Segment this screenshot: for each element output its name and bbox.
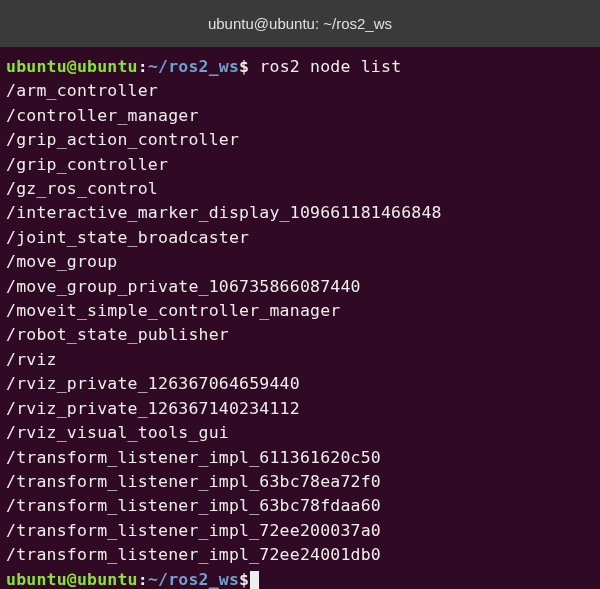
command-text: ros2 node list: [249, 57, 401, 76]
output-line: /rviz_private_126367140234112: [6, 397, 594, 421]
output-line: /interactive_marker_display_109661181466…: [6, 201, 594, 225]
prompt-dollar: $: [239, 570, 249, 589]
terminal-body[interactable]: ubuntu@ubuntu:~/ros2_ws$ ros2 node list …: [0, 47, 600, 589]
prompt-colon: :: [138, 57, 148, 76]
output-line: /transform_listener_impl_63bc78ea72f0: [6, 470, 594, 494]
output-line: /controller_manager: [6, 104, 594, 128]
output-line: /transform_listener_impl_63bc78fdaa60: [6, 494, 594, 518]
output-line: /rviz_visual_tools_gui: [6, 421, 594, 445]
output-line: /move_group_private_106735866087440: [6, 275, 594, 299]
prompt-user-host: ubuntu@ubuntu: [6, 570, 138, 589]
output-line: /rviz: [6, 348, 594, 372]
output-line: /transform_listener_impl_611361620c50: [6, 446, 594, 470]
prompt-dollar: $: [239, 57, 249, 76]
output-line: /rviz_private_126367064659440: [6, 372, 594, 396]
output-line: /gz_ros_control: [6, 177, 594, 201]
prompt-path: ~/ros2_ws: [148, 570, 239, 589]
window-title: ubuntu@ubuntu: ~/ros2_ws: [208, 15, 392, 32]
output-line: /transform_listener_impl_72ee200037a0: [6, 519, 594, 543]
prompt-path: ~/ros2_ws: [148, 57, 239, 76]
terminal-window: ubuntu@ubuntu: ~/ros2_ws ubuntu@ubuntu:~…: [0, 0, 600, 589]
output-line: /arm_controller: [6, 79, 594, 103]
command-output: /arm_controller/controller_manager/grip_…: [6, 79, 594, 567]
cursor: [250, 571, 259, 589]
output-line: /grip_controller: [6, 153, 594, 177]
output-line: /joint_state_broadcaster: [6, 226, 594, 250]
output-line: /transform_listener_impl_72ee24001db0: [6, 543, 594, 567]
prompt-line: ubuntu@ubuntu:~/ros2_ws$: [6, 568, 594, 589]
output-line: /move_group: [6, 250, 594, 274]
window-titlebar[interactable]: ubuntu@ubuntu: ~/ros2_ws: [0, 0, 600, 47]
output-line: /grip_action_controller: [6, 128, 594, 152]
output-line: /robot_state_publisher: [6, 323, 594, 347]
prompt-user-host: ubuntu@ubuntu: [6, 57, 138, 76]
command-line: ubuntu@ubuntu:~/ros2_ws$ ros2 node list: [6, 55, 594, 79]
prompt-colon: :: [138, 570, 148, 589]
output-line: /moveit_simple_controller_manager: [6, 299, 594, 323]
